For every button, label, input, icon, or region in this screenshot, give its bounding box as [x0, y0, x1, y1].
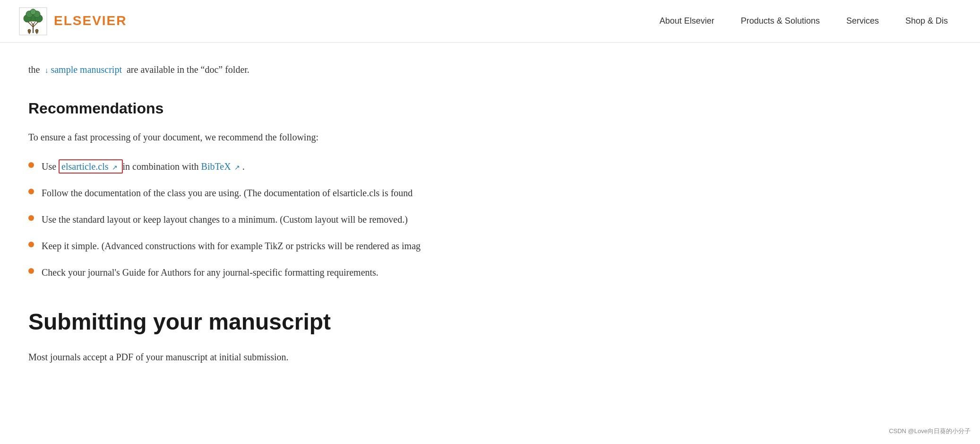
- svg-point-12: [28, 29, 31, 32]
- nav-item-services[interactable]: Services: [833, 14, 892, 28]
- logo-link[interactable]: ELSEVIER: [19, 7, 127, 35]
- bullet-dot-icon: [28, 162, 34, 168]
- sample-manuscript-link[interactable]: sample manuscript: [51, 64, 122, 75]
- bullet-dot-icon: [28, 242, 34, 247]
- svg-point-13: [35, 29, 38, 32]
- bibtex-link[interactable]: BibTeX: [201, 161, 231, 172]
- nav-item-about[interactable]: About Elsevier: [646, 14, 728, 28]
- bullet-1-content: Use elsarticle.cls ↗ in combination with…: [42, 158, 245, 174]
- elsarticle-ext-arrow-icon: ↗: [112, 164, 118, 171]
- logo-wordmark: ELSEVIER: [54, 10, 127, 32]
- main-content: the ↓ sample manuscript are available in…: [0, 43, 520, 407]
- nav-item-shop[interactable]: Shop & Dis: [892, 14, 961, 28]
- header: ELSEVIER About Elsevier Products & Solut…: [0, 0, 980, 43]
- elsarticle-link[interactable]: elsarticle.cls: [61, 161, 108, 172]
- intro-text-suffix: are available in the “doc” folder.: [127, 64, 249, 75]
- main-nav: About Elsevier Products & Solutions Serv…: [646, 14, 961, 28]
- bullet-5-text: Check your journal's Guide for Authors f…: [42, 264, 378, 280]
- recommendations-heading: Recommendations: [28, 96, 491, 121]
- recommendations-intro: To ensure a fast processing of your docu…: [28, 129, 491, 145]
- bullet-dot-icon: [28, 189, 34, 194]
- list-item: Use the standard layout or keep layout c…: [28, 211, 491, 227]
- download-arrow-icon: ↓: [44, 66, 48, 74]
- bibtex-ext-arrow-icon: ↗: [234, 164, 240, 171]
- list-item: Follow the documentation of the class yo…: [28, 185, 491, 201]
- bullet-3-text: Use the standard layout or keep layout c…: [42, 211, 408, 227]
- list-item: Use elsarticle.cls ↗ in combination with…: [28, 158, 491, 174]
- intro-paragraph: the ↓ sample manuscript are available in…: [28, 61, 491, 78]
- list-item: Keep it simple. (Advanced constructions …: [28, 238, 491, 254]
- bullet-4-text: Keep it simple. (Advanced constructions …: [42, 238, 421, 254]
- bullet-2-text: Follow the documentation of the class yo…: [42, 185, 413, 201]
- nav-item-products[interactable]: Products & Solutions: [728, 14, 833, 28]
- bullet-dot-icon: [28, 268, 34, 274]
- intro-text-prefix: the: [28, 64, 40, 75]
- elsevier-tree-logo: [19, 7, 47, 35]
- svg-point-11: [30, 9, 36, 15]
- submitting-heading: Submitting your manuscript: [28, 304, 491, 340]
- elsarticle-highlight-box: elsarticle.cls ↗: [59, 159, 122, 174]
- submitting-intro: Most journals accept a PDF of your manus…: [28, 349, 491, 365]
- recommendations-list: Use elsarticle.cls ↗ in combination with…: [28, 158, 491, 280]
- list-item: Check your journal's Guide for Authors f…: [28, 264, 491, 280]
- bullet-dot-icon: [28, 215, 34, 221]
